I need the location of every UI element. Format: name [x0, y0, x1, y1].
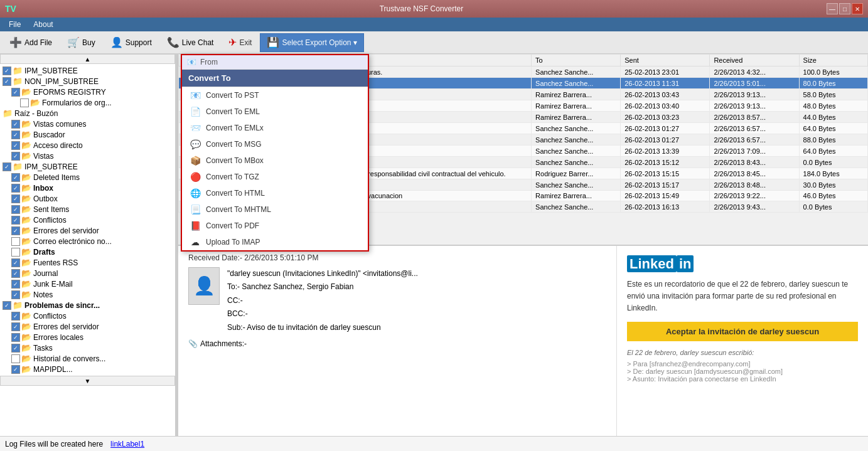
tree-checkbox[interactable]: ✓: [11, 344, 20, 353]
tree-checkbox[interactable]: ✓: [11, 290, 20, 299]
tree-item[interactable]: ✓📂Conflictos: [0, 310, 175, 321]
cc-value: CC:-: [227, 294, 418, 308]
tree-item[interactable]: ✓📁IPM_SUBTREE: [0, 65, 175, 76]
tree-scroll-down[interactable]: ▼: [0, 376, 175, 386]
tree-item[interactable]: 📁Raíz - Buzón: [0, 108, 175, 119]
tree-item[interactable]: ✓📂MAPIPDL...: [0, 364, 175, 374]
tree-checkbox[interactable]: ✓: [11, 205, 20, 214]
tree-item[interactable]: ✓📁IPM_SUBTREE: [0, 161, 175, 172]
tree-item[interactable]: 📂Correo electrónico no...: [0, 236, 175, 247]
tree-scroll-up[interactable]: ▲: [0, 54, 175, 64]
tree-checkbox[interactable]: ✓: [11, 226, 20, 235]
tree-checkbox[interactable]: [11, 248, 20, 257]
tree-checkbox[interactable]: ✓: [11, 269, 20, 278]
export-dropdown-menu: 📧 From Convert To 📧Convert To PST📄Conver…: [181, 54, 369, 252]
dropdown-item-convert-to-tgz[interactable]: 🔴Convert To TGZ: [182, 169, 368, 185]
col-to[interactable]: To: [532, 55, 621, 66]
dropdown-item-convert-to-html[interactable]: 🌐Convert To HTML: [182, 185, 368, 201]
col-received[interactable]: Received: [710, 55, 799, 66]
dropdown-item-upload-to-imap[interactable]: ☁Upload To IMAP: [182, 234, 368, 250]
live-chat-button[interactable]: 📞 Live Chat: [160, 33, 221, 52]
dropdown-item-convert-to-mbox[interactable]: 📦Convert To MBox: [182, 152, 368, 169]
tree-item[interactable]: 📂Formularios de org...: [0, 97, 175, 108]
tree-item[interactable]: 📂Drafts: [0, 247, 175, 257]
tree-checkbox[interactable]: [11, 354, 20, 363]
folder-icon: 📂: [21, 130, 31, 139]
col-sent[interactable]: Sent: [621, 55, 710, 66]
tree-checkbox[interactable]: [11, 237, 20, 246]
tree-checkbox[interactable]: ✓: [11, 365, 20, 374]
cell-sent: 25-02-2013 23:01: [621, 66, 710, 78]
tree-checkbox[interactable]: ✓: [11, 312, 20, 321]
tree-checkbox[interactable]: ✓: [3, 162, 11, 171]
tree-item[interactable]: ✓📂Notes: [0, 289, 175, 300]
tree-checkbox[interactable]: [20, 98, 29, 107]
tree-item[interactable]: ✓📂Sent Items: [0, 204, 175, 215]
dropdown-item-convert-to-emlx[interactable]: 📨Convert To EMLx: [182, 120, 368, 136]
tree-item[interactable]: ✓📂Junk E-Mail: [0, 279, 175, 289]
tree-item[interactable]: ✓📂Journal: [0, 268, 175, 279]
tree-item[interactable]: ✓📂Vistas: [0, 151, 175, 161]
tree-checkbox[interactable]: ✓: [11, 194, 20, 203]
tree-item[interactable]: ✓📂Fuentes RSS: [0, 257, 175, 268]
tree-checkbox[interactable]: ✓: [11, 141, 20, 150]
dropdown-item-convert-to-mhtml[interactable]: 📃Convert To MHTML: [182, 201, 368, 218]
tree-item[interactable]: ✓📂Inbox: [0, 183, 175, 193]
tree-checkbox[interactable]: ✓: [11, 152, 20, 161]
tree-checkbox[interactable]: ✓: [11, 173, 20, 182]
cell-to: Ramirez Barrera...: [532, 100, 621, 112]
tree-item[interactable]: ✓📂Errores locales: [0, 332, 175, 342]
dropdown-item-convert-to-pdf[interactable]: 📕Convert To PDF: [182, 218, 368, 234]
tree-item[interactable]: ✓📂Outbox: [0, 193, 175, 204]
menu-about[interactable]: About: [27, 19, 59, 30]
close-button[interactable]: ✕: [852, 3, 863, 14]
tree-checkbox[interactable]: ✓: [11, 184, 20, 193]
tree-checkbox[interactable]: ✓: [11, 216, 20, 225]
tree-item[interactable]: ✓📂EFORMS REGISTRY: [0, 87, 175, 97]
add-file-label: Add File: [24, 38, 52, 47]
support-button[interactable]: 👤 Support: [104, 33, 159, 52]
cell-size: 48.0 Bytes: [799, 100, 867, 112]
tree-item[interactable]: ✓📂Tasks: [0, 342, 175, 353]
dropdown-item-convert-to-eml[interactable]: 📄Convert To EML: [182, 103, 368, 120]
menu-file[interactable]: File: [3, 19, 27, 30]
maximize-button[interactable]: □: [839, 3, 850, 14]
tree-item[interactable]: ✓📂Acceso directo: [0, 140, 175, 151]
dropdown-item-convert-to-pst[interactable]: 📧Convert To PST: [182, 87, 368, 103]
tree-item[interactable]: ✓📁NON_IPM_SUBTREE: [0, 76, 175, 87]
tree-checkbox[interactable]: ✓: [11, 120, 20, 129]
tree-item[interactable]: ✓📂Conflictos: [0, 215, 175, 225]
buy-button[interactable]: 🛒 Buy: [60, 33, 102, 52]
cell-sent: 26-02-2013 01:27: [621, 123, 710, 134]
tree-item[interactable]: ✓📂Errores del servidor: [0, 321, 175, 332]
dropdown-item-convert-to-msg[interactable]: 💬Convert To MSG: [182, 136, 368, 152]
link-label[interactable]: linkLabel1: [110, 440, 144, 448]
tree-item-label: Notes: [33, 290, 53, 299]
tree-checkbox[interactable]: ✓: [11, 258, 20, 267]
add-file-button[interactable]: ➕ Add File: [3, 33, 59, 52]
minimize-button[interactable]: —: [827, 3, 838, 14]
tree-item[interactable]: ✓📂Errores del servidor: [0, 225, 175, 236]
tree-checkbox[interactable]: ✓: [3, 77, 11, 86]
tree-item[interactable]: ✓📂Vistas comunes: [0, 119, 175, 129]
select-export-label: Select Export Option ▾: [282, 38, 356, 47]
select-export-button[interactable]: 💾 Select Export Option ▾: [260, 33, 363, 52]
cell-received: 2/26/2013 6:57...: [710, 134, 799, 146]
tree-checkbox[interactable]: ✓: [11, 333, 20, 342]
tree-item[interactable]: ✓📂Deleted Items: [0, 172, 175, 183]
tree-checkbox[interactable]: ✓: [3, 66, 11, 75]
linkedin-logo: Linkedin: [627, 256, 858, 272]
tree-checkbox[interactable]: ✓: [3, 301, 11, 310]
dropdown-item-icon: 📦: [190, 156, 201, 166]
accept-invitation-button[interactable]: Aceptar la invitación de darley suescun: [627, 322, 858, 341]
app-logo: TV: [5, 4, 16, 14]
exit-button[interactable]: ✈ Exit: [222, 33, 259, 52]
tree-item[interactable]: 📂Historial de convers...: [0, 353, 175, 364]
tree-item[interactable]: ✓📁Problemas de sincr...: [0, 300, 175, 310]
col-size[interactable]: Size: [799, 55, 867, 66]
tree-item[interactable]: ✓📂Buscador: [0, 129, 175, 140]
tree-checkbox[interactable]: ✓: [11, 130, 20, 139]
tree-checkbox[interactable]: ✓: [11, 280, 20, 289]
tree-checkbox[interactable]: ✓: [11, 322, 20, 331]
tree-checkbox[interactable]: ✓: [11, 88, 20, 97]
